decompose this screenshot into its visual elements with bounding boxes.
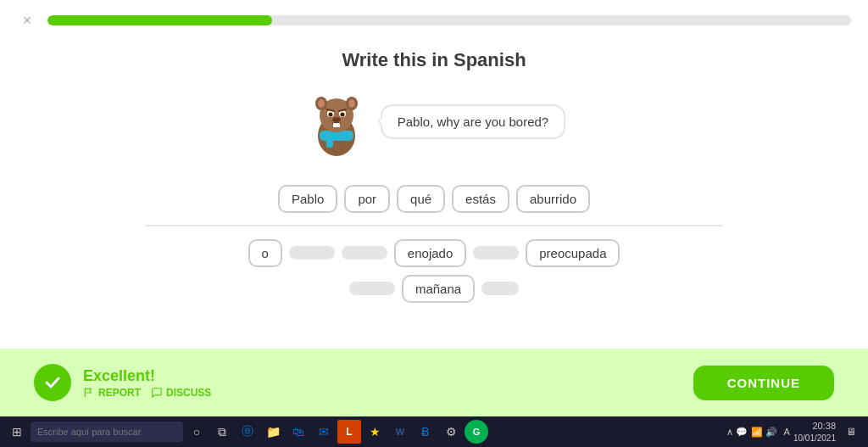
speech-text: Pablo, why are you bored? [398,115,548,129]
taskbar-date-display: 10/01/2021 [793,433,836,444]
taskbar-time-display: 20:38 [793,420,836,432]
word-chip-por[interactable]: por [344,185,390,213]
search-icon[interactable]: ○ [185,420,209,444]
store-icon[interactable]: 🛍 [287,420,310,444]
taskbar-clock: 20:38 10/01/2021 [793,420,836,443]
discuss-button[interactable]: DISCUSS [151,387,211,399]
lesson-title: Write this in Spanish [342,49,526,71]
svg-rect-15 [333,123,337,127]
svg-point-14 [332,117,341,122]
feedback-text-area: Excellent! REPORT DISCUSS [83,367,693,399]
correct-icon [34,364,71,401]
word-chip-empty1 [289,246,335,260]
task-view-icon[interactable]: ⧉ [210,420,234,444]
taskbar-search[interactable] [31,422,183,442]
taskbar: ⊞ ○ ⧉ ⓔ 📁 🛍 ✉ L ★ W Ƀ ⚙ G ∧ 💬 📶 🔊 A 20:3… [0,416,868,447]
word-chip-preocupada[interactable]: preocupada [526,239,620,267]
word-chip-empty2 [342,246,387,260]
speech-bubble: Pablo, why are you bored? [381,104,565,139]
continue-button[interactable]: CONTINUE [693,366,834,400]
keyboard-icon: A [784,427,790,437]
l-icon[interactable]: L [337,420,361,444]
report-button[interactable]: REPORT [83,387,141,399]
discuss-icon [151,387,163,399]
svg-point-10 [328,113,332,117]
bluetooth-icon[interactable]: Ƀ [414,420,437,444]
main-content: Write this in Spanish [0,41,868,311]
word-bank: oenojadopreocupadamañana [146,226,722,311]
progress-bar-fill [47,15,272,25]
edge-icon[interactable]: ⓔ [236,420,259,444]
svg-point-6 [318,99,325,108]
word-area: Pabloporquéestásaburrido oenojadopreocup… [146,176,722,311]
answer-area: Pabloporquéestásaburrido [146,176,722,226]
character-area: Pablo, why are you bored? [303,83,565,159]
word-chip-empty5 [481,282,519,295]
close-button[interactable]: × [17,10,37,31]
word-chip-pablo[interactable]: Pablo [278,185,337,213]
word-chip-o[interactable]: o [248,239,282,267]
explorer-icon[interactable]: 📁 [261,420,285,444]
svg-rect-2 [326,136,333,148]
feedback-message: Excellent! [83,367,693,385]
top-bar: × [0,0,868,41]
word-chip-empty4 [349,282,395,295]
feedback-bar: Excellent! REPORT DISCUSS CONTINUE [0,349,868,416]
word-chip-enojado[interactable]: enojado [394,239,466,267]
start-button[interactable]: ⊞ [5,420,29,444]
svg-point-7 [348,99,355,108]
mail-icon[interactable]: ✉ [312,420,336,444]
taskbar-tray-icons: ∧ 💬 📶 🔊 [726,427,776,438]
word-chip-estas[interactable]: estás [452,185,509,213]
word-icon[interactable]: W [388,420,412,444]
notification-icon[interactable]: 🖥 [839,420,863,444]
word-chip-manana[interactable]: mañana [402,275,475,303]
progress-bar-container [47,15,851,25]
taskbar-right: ∧ 💬 📶 🔊 A 20:38 10/01/2021 🖥 [726,420,863,444]
report-icon [83,387,95,399]
beaver-character [303,83,370,159]
feedback-actions: REPORT DISCUSS [83,387,693,399]
svg-rect-16 [337,123,340,127]
settings-icon[interactable]: ⚙ [439,420,463,444]
app1-icon[interactable]: ★ [363,420,387,444]
word-chip-que[interactable]: qué [397,185,445,213]
word-chip-empty3 [473,246,519,260]
app2-icon[interactable]: G [465,420,488,444]
svg-point-11 [340,113,344,117]
word-chip-aburrido[interactable]: aburrido [516,185,590,213]
